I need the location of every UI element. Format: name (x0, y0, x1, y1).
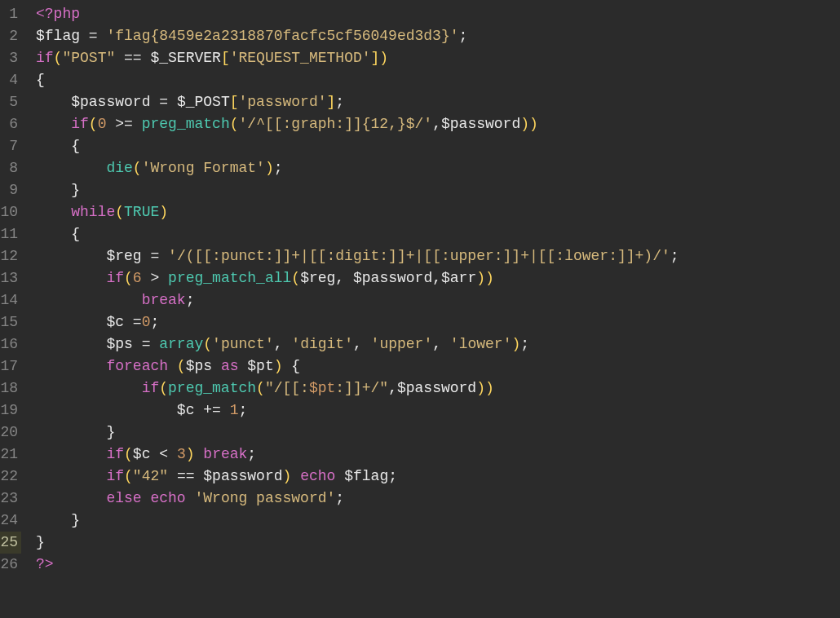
line-number: 6 (0, 113, 21, 135)
line-number: 9 (0, 179, 21, 201)
code-token: "POST" (62, 50, 115, 66)
code-token (335, 468, 344, 484)
code-token: '/^[[:graph:]]{12,}$/' (239, 116, 433, 132)
code-line[interactable]: while(TRUE) (36, 201, 679, 223)
code-token (36, 314, 106, 330)
code-token: == (177, 468, 195, 484)
code-line[interactable]: { (36, 69, 679, 91)
code-line[interactable]: foreach ($ps as $pt) { (36, 355, 679, 377)
code-token (168, 358, 177, 374)
code-token: ( (133, 160, 142, 176)
code-token (36, 138, 71, 154)
code-token: $password (441, 116, 520, 132)
code-token: $c (177, 402, 195, 418)
code-line[interactable]: if("POST" == $_SERVER['REQUEST_METHOD']) (36, 47, 679, 69)
code-line[interactable]: } (36, 510, 679, 532)
code-token: '/([[:punct:]]+|[[:digit:]]+|[[:upper:]]… (168, 248, 670, 264)
code-token: } (71, 512, 80, 528)
code-token: ( (230, 116, 239, 132)
code-token: die (106, 160, 132, 176)
code-token (98, 28, 107, 44)
code-line[interactable]: } (36, 179, 679, 201)
code-token (36, 116, 71, 132)
code-token: ) (529, 116, 538, 132)
line-number: 2 (0, 25, 21, 47)
code-line[interactable]: break; (36, 289, 679, 311)
code-line[interactable]: { (36, 223, 679, 245)
code-token (36, 248, 106, 264)
code-token: foreach (106, 358, 168, 374)
code-area[interactable]: <?php$flag = 'flag{8459e2a2318870facfc5c… (28, 0, 679, 618)
code-line[interactable]: if(preg_match("/[[:$pt:]]+/",$password)) (36, 377, 679, 399)
code-token: [ (221, 50, 230, 66)
code-line[interactable]: if(6 > preg_match_all($reg, $password,$a… (36, 267, 679, 289)
code-token (150, 336, 159, 352)
code-token (36, 292, 142, 308)
code-token (239, 358, 248, 374)
code-token (194, 468, 203, 484)
code-line[interactable]: else echo 'Wrong password'; (36, 488, 679, 510)
code-line[interactable]: $c += 1; (36, 399, 679, 422)
code-token: :]]+/" (335, 380, 388, 396)
code-line[interactable]: if(0 >= preg_match('/^[[:graph:]]{12,}$/… (36, 113, 679, 135)
code-token (36, 94, 71, 110)
code-token: "42" (133, 468, 168, 484)
code-token (133, 336, 142, 352)
line-number: 5 (0, 91, 21, 113)
code-token: while (71, 204, 115, 220)
code-line[interactable]: $c =0; (36, 311, 679, 333)
code-token: ( (124, 270, 133, 286)
code-token: $flag (36, 28, 80, 44)
code-token (36, 182, 71, 198)
code-token (36, 468, 106, 484)
code-token: $c (133, 446, 151, 462)
code-token: = (150, 248, 159, 264)
code-line[interactable]: { (36, 135, 679, 157)
code-token: ( (124, 468, 133, 484)
line-number: 15 (0, 311, 21, 333)
code-token (36, 446, 106, 462)
code-token: } (71, 182, 80, 198)
code-token: , (274, 336, 283, 352)
code-line[interactable]: die('Wrong Format'); (36, 157, 679, 179)
line-number: 17 (0, 355, 21, 377)
code-token: ) (485, 270, 494, 286)
code-token: ) (159, 204, 168, 220)
code-token (362, 336, 371, 352)
code-token (115, 50, 124, 66)
code-token (283, 358, 292, 374)
code-line[interactable]: $reg = '/([[:punct:]]+|[[:digit:]]+|[[:u… (36, 245, 679, 267)
code-token: preg_match (142, 116, 230, 132)
code-token (212, 358, 221, 374)
line-number: 25 (0, 532, 21, 554)
code-line[interactable]: if("42" == $password) echo $flag; (36, 466, 679, 488)
code-token (106, 116, 115, 132)
line-number: 24 (0, 510, 21, 532)
code-token: ) (379, 50, 388, 66)
code-line[interactable]: <?php (36, 3, 679, 25)
code-token (36, 358, 106, 374)
code-token: < (159, 446, 168, 462)
code-line[interactable]: $ps = array('punct', 'digit', 'upper', '… (36, 333, 679, 355)
code-token: [ (230, 94, 239, 110)
code-token: $reg (106, 248, 141, 264)
code-line[interactable]: $flag = 'flag{8459e2a2318870facfc5cf5604… (36, 25, 679, 47)
code-token (150, 94, 159, 110)
code-line[interactable]: } (36, 532, 679, 554)
code-line[interactable]: if($c < 3) break; (36, 444, 679, 466)
code-line[interactable]: $password = $_POST['password']; (36, 91, 679, 113)
code-token: "/[[: (265, 380, 309, 396)
code-token: ; (247, 446, 256, 462)
code-token: { (71, 226, 80, 242)
code-token: { (36, 72, 45, 88)
code-line[interactable]: ?> (36, 554, 679, 576)
code-token (159, 270, 168, 286)
code-token: >= (115, 116, 133, 132)
line-number: 20 (0, 422, 21, 444)
code-token: ] (371, 50, 380, 66)
line-number: 12 (0, 245, 21, 267)
code-line[interactable]: } (36, 422, 679, 444)
code-token: { (291, 358, 300, 374)
line-number: 22 (0, 466, 21, 488)
code-token: break (142, 292, 186, 308)
